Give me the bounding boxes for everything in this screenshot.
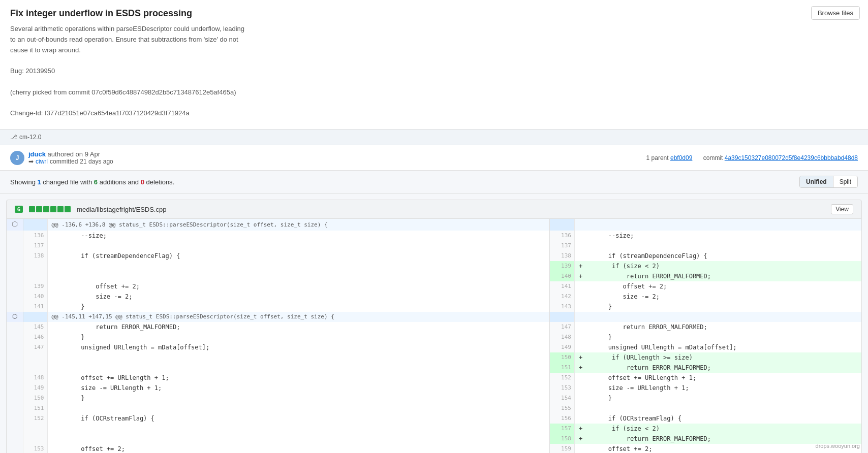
diff-additions-count: 6 <box>15 206 23 213</box>
diff-row: 140+ return ERROR_MALFORMED; <box>7 271 861 281</box>
committer-line: ➡ ciwrl committed 21 days ago <box>28 158 113 165</box>
diff-sq-6 <box>65 206 71 212</box>
commit-header: Browse files Fix integer underflow in ES… <box>0 0 868 130</box>
committed-label: committed <box>50 158 78 165</box>
diff-table-wrapper: ⬡@@ -136,6 +136,8 @@ status_t ESDS::pars… <box>6 219 862 453</box>
stats-bar: Showing 1 changed file with 6 additions … <box>0 171 868 193</box>
diff-squares <box>29 206 71 212</box>
changed-label: changed file <box>43 178 78 186</box>
diff-row: 151+ return ERROR_MALFORMED; <box>7 363 861 373</box>
unified-toggle-button[interactable]: Unified <box>800 176 833 187</box>
committed-ago: 21 days ago <box>80 158 113 165</box>
diff-row: 153 offset += 2;159 offset += 2; <box>7 444 861 453</box>
split-toggle-button[interactable]: Split <box>833 176 857 187</box>
commit-date: 9 Apr <box>85 150 100 158</box>
committer-name[interactable]: ciwrl <box>36 158 48 165</box>
author-name[interactable]: jduck <box>28 150 46 158</box>
committer-arrow: ➡ <box>28 158 34 165</box>
commit-author-bar: J jduck authored on 9 Apr ➡ ciwrl commit… <box>0 145 868 171</box>
diff-row: 140 size -= 2;142 size -= 2; <box>7 292 861 302</box>
diff-row: 151155 <box>7 403 861 413</box>
branch-tag: ⎇ cm-12.0 <box>10 134 41 141</box>
author-date-label: authored on 9 Apr <box>48 150 100 158</box>
branch-icon: ⎇ <box>10 134 17 141</box>
avatar: J <box>10 151 24 165</box>
with-label: with <box>80 178 92 186</box>
branch-name: cm-12.0 <box>19 134 41 141</box>
diff-sq-1 <box>29 206 35 212</box>
diff-filename: media/libstagefright/ESDS.cpp <box>77 206 166 213</box>
diff-sq-3 <box>43 206 49 212</box>
diff-table: ⬡@@ -136,6 +136,8 @@ status_t ESDS::pars… <box>7 219 861 453</box>
changed-count: 1 <box>38 178 41 186</box>
expand-icon[interactable]: ⬡ <box>7 219 23 231</box>
diff-row: 136 --size;136 --size; <box>7 231 861 241</box>
additions-label: additions <box>100 178 126 186</box>
diff-sq-4 <box>50 206 56 212</box>
browse-files-button[interactable]: Browse files <box>811 6 860 20</box>
context-header-row: ⬡@@ -136,6 +136,8 @@ status_t ESDS::pars… <box>7 219 861 231</box>
commit-label: commit <box>703 154 723 161</box>
commit-meta-bar: ⎇ cm-12.0 <box>0 130 868 145</box>
diff-row: 139 offset += 2;141 offset += 2; <box>7 281 861 292</box>
and-label: and <box>128 178 139 186</box>
parent-label: 1 parent <box>646 154 669 161</box>
diff-row: 149 size -= URLlength + 1;153 size -= UR… <box>7 383 861 393</box>
commit-title: Fix integer underflow in ESDS processing <box>10 8 858 19</box>
deletions-label: deletions <box>146 178 173 186</box>
commit-message: Several arithmetic operations within par… <box>10 24 858 119</box>
diff-row: 150 }154 } <box>7 393 861 403</box>
additions-count: 6 <box>94 178 98 186</box>
diff-sq-5 <box>57 206 64 212</box>
diff-row: 157+ if (size < 2) <box>7 424 861 434</box>
view-toggle: Unified Split <box>799 176 858 188</box>
diff-row: 139+ if (size < 2) <box>7 261 861 271</box>
diff-row: 138 if (streamDependenceFlag) {138 if (s… <box>7 251 861 261</box>
footer-watermark: drops.wooyun.org <box>816 443 860 449</box>
diff-row: 137137 <box>7 241 861 251</box>
expand-row: ⬡@@ -145,11 +147,15 @@ status_t ESDS::pa… <box>7 312 861 322</box>
diff-section: 6 media/libstagefright/ESDS.cpp View ⬡@@… <box>0 200 868 453</box>
author-info: jduck authored on 9 Apr ➡ ciwrl committe… <box>28 150 113 165</box>
showing-label: Showing <box>10 178 36 186</box>
diff-row: 141 }143 } <box>7 302 861 312</box>
commit-hash-info: 1 parent ebf0d09 commit 4a39c150327e0800… <box>642 154 858 161</box>
diff-view-button[interactable]: View <box>831 204 853 214</box>
author-left: J jduck authored on 9 Apr ➡ ciwrl commit… <box>10 150 113 165</box>
diff-row: 148 offset += URLlength + 1;152 offset +… <box>7 373 861 383</box>
parent-hash-link[interactable]: ebf0d09 <box>670 154 692 161</box>
diff-row: 145 return ERROR_MALFORMED;147 return ER… <box>7 322 861 332</box>
diff-row: 146 }148 } <box>7 332 861 342</box>
diff-row: 150+ if (URLlength >= size) <box>7 352 861 363</box>
diff-row: 158+ return ERROR_MALFORMED; <box>7 434 861 444</box>
diff-row: 147 unsigned URLlength = mData[offset];1… <box>7 342 861 352</box>
stats-text: Showing 1 changed file with 6 additions … <box>10 178 174 186</box>
expand-icon[interactable]: ⬡ <box>7 312 23 322</box>
page-container: Browse files Fix integer underflow in ES… <box>0 0 868 453</box>
diff-file-header: 6 media/libstagefright/ESDS.cpp View <box>6 200 862 219</box>
commit-hash-link[interactable]: 4a39c150327e080072d5f8e4239c6bbbbabd48d8 <box>725 154 858 161</box>
diff-row: 152 if (OCRstreamFlag) {156 if (OCRstrea… <box>7 413 861 424</box>
deletions-count: 0 <box>141 178 144 186</box>
diff-sq-2 <box>36 206 42 212</box>
